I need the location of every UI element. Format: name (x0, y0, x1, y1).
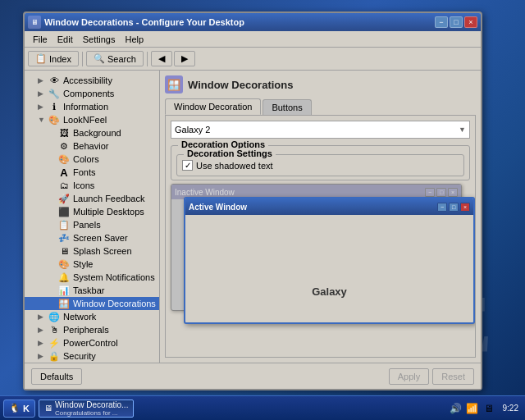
panels-label: Panels (73, 220, 101, 230)
tab-bar: Window Decoration Buttons (165, 98, 476, 115)
screen-saver-icon: 💤 (57, 232, 71, 244)
defaults-button[interactable]: Defaults (31, 368, 82, 385)
window-title: Window Decorations - Configure Your Desk… (44, 17, 435, 27)
panel-icon: 🪟 (165, 75, 183, 94)
menu-file[interactable]: File (28, 33, 52, 46)
sidebar-item-icons[interactable]: ▶ 🗂 Icons (25, 179, 159, 192)
toolbar-index-btn[interactable]: 📋 Index (28, 51, 79, 66)
panel-title: Window Decorations (188, 79, 293, 91)
sidebar: ▶ 👁 Accessibility ▶ 🔧 Components ▶ ℹ Inf… (25, 71, 160, 363)
tray-icon-volume[interactable]: 🔊 (449, 401, 463, 416)
index-label: Index (49, 54, 71, 64)
colors-icon: 🎨 (57, 153, 71, 165)
power-icon: ⚡ (48, 337, 61, 349)
minimize-button[interactable]: − (435, 16, 448, 28)
preview-theme-name: Galaxy (185, 285, 473, 298)
tab-content: Galaxy 2 ▼ Decoration Options Decoration… (165, 115, 476, 358)
sidebar-item-information[interactable]: ▶ ℹ Information (25, 100, 159, 113)
sidebar-item-colors[interactable]: ▶ 🎨 Colors (25, 153, 159, 166)
apply-button[interactable]: Apply (389, 368, 430, 385)
window-dec-label: Window Decorations (73, 299, 156, 308)
menu-help[interactable]: Help (120, 33, 148, 46)
toolbar: 📋 Index 🔍 Search ◀ ▶ (25, 48, 481, 71)
splash-icon: 🖥 (57, 245, 71, 257)
tab-buttons[interactable]: Buttons (262, 99, 311, 115)
taskbar-label: Taskbar (73, 285, 105, 295)
sidebar-item-security[interactable]: ▶ 🔒 Security (25, 349, 159, 363)
sidebar-item-background[interactable]: ▶ 🖼 Background (25, 126, 159, 139)
sidebar-item-powercontrol[interactable]: ▶ ⚡ PowerControl (25, 336, 159, 349)
menu-settings[interactable]: Settings (78, 33, 121, 46)
sidebar-item-taskbar[interactable]: ▶ 📊 Taskbar (25, 284, 159, 297)
content-area: ▶ 👁 Accessibility ▶ 🔧 Components ▶ ℹ Inf… (25, 71, 481, 363)
inactive-title-buttons: − □ × (425, 188, 458, 197)
panels-icon: 📋 (57, 219, 71, 231)
decoration-settings-label: Decoration Settings (184, 148, 276, 158)
search-label: Search (107, 54, 136, 64)
accessibility-label: Accessibility (63, 75, 112, 85)
close-button[interactable]: × (464, 16, 477, 28)
sidebar-item-style[interactable]: ▶ 🎨 Style (25, 258, 159, 271)
reset-button[interactable]: Reset (432, 368, 474, 385)
menu-edit[interactable]: Edit (52, 33, 78, 46)
sidebar-item-looknfeel[interactable]: ▼ 🎨 LookNFeel (25, 113, 159, 126)
taskbar: 🐧 K 🖥 Window Decoratio... Congratulation… (0, 395, 525, 420)
fonts-icon: A (57, 167, 71, 178)
sidebar-item-screen-saver[interactable]: ▶ 💤 Screen Saver (25, 231, 159, 244)
looknfeel-label: LookNFeel (63, 115, 107, 125)
sidebar-item-multiple-desktops[interactable]: ▶ ⬛ Multiple Desktops (25, 205, 159, 218)
right-buttons: Apply Reset (389, 368, 474, 385)
network-icon: 🌐 (48, 311, 61, 322)
sidebar-item-launch-feedback[interactable]: ▶ 🚀 Launch Feedback (25, 192, 159, 205)
information-icon: ℹ (48, 101, 61, 112)
expand-icon-network: ▶ (38, 313, 48, 321)
sidebar-item-behavior[interactable]: ▶ ⚙ Behavior (25, 139, 159, 153)
sidebar-item-peripherals[interactable]: ▶ 🖱 Peripherals (25, 323, 159, 336)
sidebar-item-fonts[interactable]: ▶ A Fonts (25, 166, 159, 179)
sidebar-item-system-notifications[interactable]: ▶ 🔔 System Notifications (25, 271, 159, 284)
colors-label: Colors (73, 154, 99, 164)
taskbar-tasks: 🖥 Window Decoratio... Congratulations fo… (35, 399, 445, 418)
power-label: PowerControl (63, 338, 118, 348)
active-maximize-btn: □ (449, 203, 459, 212)
inactive-minimize-btn: − (425, 188, 435, 197)
active-window-preview: Active Window − □ × Galaxy (184, 197, 475, 324)
decoration-options-group: Decoration Options Decoration Settings ✓… (171, 145, 470, 180)
task-title: Window Decoratio... (55, 400, 128, 409)
toolbar-separator (82, 52, 83, 66)
inactive-title-text: Inactive Window (175, 188, 235, 197)
maximize-button[interactable]: □ (450, 16, 463, 28)
sidebar-item-accessibility[interactable]: ▶ 👁 Accessibility (25, 74, 159, 87)
theme-value: Galaxy 2 (175, 125, 210, 135)
sidebar-item-splash-screen[interactable]: ▶ 🖥 Splash Screen (25, 244, 159, 258)
task-icon: 🖥 (44, 404, 52, 413)
tab-window-decoration[interactable]: Window Decoration (165, 98, 261, 115)
toolbar-fwd-btn[interactable]: ▶ (174, 51, 195, 66)
theme-dropdown[interactable]: Galaxy 2 ▼ (171, 121, 470, 139)
sidebar-item-window-decorations[interactable]: ▶ 🪟 Window Decorations (25, 297, 159, 310)
expand-icon-security: ▶ (38, 352, 48, 360)
toolbar-search-btn[interactable]: 🔍 Search (86, 51, 144, 66)
sysnotif-icon: 🔔 (57, 272, 71, 283)
sidebar-item-panels[interactable]: ▶ 📋 Panels (25, 218, 159, 231)
tray-icon-network[interactable]: 📶 (465, 401, 480, 416)
expand-icon-power: ▶ (38, 339, 48, 347)
inactive-close-btn: × (448, 188, 458, 197)
launch-icon: 🚀 (57, 193, 71, 204)
sidebar-item-components[interactable]: ▶ 🔧 Components (25, 87, 159, 100)
accessibility-icon: 👁 (48, 75, 61, 86)
window-icon: 🖥 (28, 16, 41, 29)
expand-icon-components: ▶ (38, 89, 48, 98)
use-shadowed-text-checkbox[interactable]: ✓ (182, 160, 193, 171)
style-icon: 🎨 (57, 258, 71, 270)
security-icon: 🔒 (48, 350, 61, 362)
taskbar-task-window-decorations[interactable]: 🖥 Window Decoratio... Congratulations fo… (39, 399, 134, 418)
active-close-btn: × (460, 203, 470, 212)
start-button[interactable]: 🐧 K (3, 399, 35, 418)
toolbar-separator-2 (147, 52, 148, 66)
multiple-desktops-label: Multiple Desktops (73, 207, 144, 217)
tray-icon-display[interactable]: 🖥 (482, 401, 496, 416)
toolbar-back-btn[interactable]: ◀ (151, 51, 172, 66)
taskbar-tray: 🔊 📶 🖥 (445, 401, 500, 416)
sidebar-item-network[interactable]: ▶ 🌐 Network (25, 310, 159, 323)
